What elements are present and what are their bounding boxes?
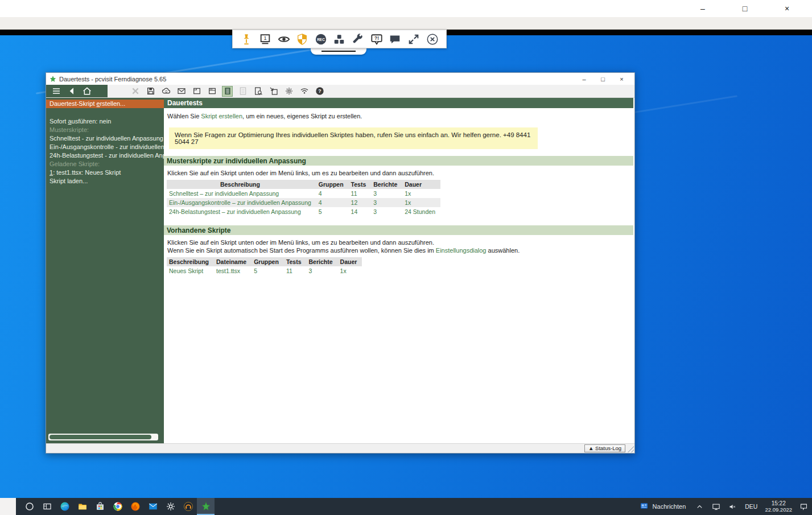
app-title: Dauertests - pcvisit Ferndiagnose 5.65 — [59, 76, 166, 83]
sidebar-item[interactable]: Dauertest-Skript erstellen... — [46, 100, 164, 108]
sidebar-horizontal-scrollbar[interactable] — [48, 434, 158, 440]
table-cell[interactable]: 4 — [316, 189, 349, 198]
taskbar-search-circle-icon[interactable] — [20, 498, 38, 515]
start-button[interactable] — [0, 498, 16, 515]
language-indicator[interactable]: DEU — [741, 498, 761, 515]
einstellungsdialog-link[interactable]: Einstellungsdialog — [436, 247, 487, 254]
table-cell[interactable]: 3 — [371, 189, 402, 198]
table-cell[interactable]: 1x — [402, 189, 440, 198]
app-titlebar[interactable]: Dauertests - pcvisit Ferndiagnose 5.65 –… — [46, 73, 634, 85]
eye-icon[interactable] — [278, 33, 290, 46]
menu-icon[interactable] — [51, 86, 61, 96]
sidebar-item[interactable]: Skript laden... — [46, 177, 164, 186]
taskbar-explorer-icon[interactable] — [73, 498, 91, 515]
table-cell[interactable]: 3 — [307, 266, 338, 275]
apps-icon[interactable] — [333, 33, 345, 46]
tray-news[interactable]: Nachrichten — [634, 498, 692, 515]
table-cell[interactable]: 5 — [316, 207, 349, 216]
chat-icon[interactable] — [389, 33, 401, 46]
table-cell[interactable]: 11 — [349, 189, 372, 198]
table-cell[interactable]: 14 — [349, 207, 372, 216]
table-cell[interactable]: 12 — [349, 198, 372, 207]
expand-icon[interactable] — [407, 33, 420, 46]
action-center-icon[interactable] — [795, 498, 812, 515]
intro-post: , um ein neues, eigenes Skript zu erstel… — [242, 113, 362, 120]
table-cell[interactable]: 3 — [371, 198, 402, 207]
vorhandene-hint-line2: Wenn Sie ein Skript automatisch bei Star… — [167, 246, 631, 254]
column-header: Beschreibung — [167, 257, 214, 266]
sidebar-item[interactable]: 24h-Belastungstest - zur individuellen A… — [46, 151, 164, 160]
column-header: Berichte — [371, 180, 402, 189]
sidebar-item[interactable]: Sofort ausführen: nein — [46, 117, 164, 126]
column-header: Dateiname — [214, 257, 252, 266]
close-button[interactable]: × — [770, 0, 804, 17]
doc-list-icon[interactable] — [222, 86, 232, 96]
table-cell[interactable]: Neues Skript — [167, 266, 214, 275]
maximize-button[interactable]: □ — [593, 74, 612, 84]
table-row[interactable]: Schnelltest – zur individuellen Anpassun… — [167, 189, 440, 198]
scrollbar-thumb[interactable] — [50, 435, 151, 439]
taskbar-task-view-icon[interactable] — [38, 498, 56, 515]
column-header: Beschreibung — [167, 180, 316, 189]
window-layout-icon[interactable] — [207, 86, 217, 96]
help-circle-icon[interactable]: ? — [315, 86, 324, 96]
table-cell[interactable]: 5 — [252, 266, 284, 275]
table-cell[interactable]: 24h-Belastungstest – zur individuellen A… — [167, 207, 316, 216]
table-row[interactable]: Ein-/Ausgangskontrolle – zur individuell… — [167, 198, 440, 207]
table-cell[interactable]: test1.ttsx — [214, 266, 252, 275]
close-button[interactable]: × — [612, 74, 631, 84]
maximize-button[interactable]: □ — [728, 0, 762, 17]
wrench-icon[interactable] — [352, 33, 364, 46]
sidebar-item[interactable]: 1: test1.ttsx: Neues Skript — [46, 168, 164, 177]
table-row[interactable]: Neues Skripttest1.ttsx51131x — [167, 266, 362, 275]
minimize-button[interactable]: – — [686, 0, 720, 17]
window-restore-icon[interactable] — [192, 86, 201, 96]
chevron-up-icon[interactable] — [691, 498, 708, 515]
table-cell[interactable]: 1x — [338, 266, 362, 275]
sidebar-item[interactable]: Ein-/Ausgangskontrolle - zur individuell… — [46, 143, 164, 151]
table-cell[interactable]: 4 — [316, 198, 349, 207]
taskbar-mail-app-icon[interactable] — [144, 498, 162, 515]
sidebar-item[interactable]: Schnelltest - zur individuellen Anpassun… — [46, 134, 164, 143]
session-toolbar-handle[interactable] — [311, 48, 366, 55]
export-box-icon[interactable] — [269, 86, 278, 96]
status-log-button[interactable]: ▲ Status-Log — [584, 444, 625, 452]
wifi-icon[interactable] — [299, 86, 309, 96]
skript-erstellen-link[interactable]: Skript erstellen — [201, 113, 242, 120]
table-cell[interactable]: 24 Stunden — [402, 207, 440, 216]
resize-grip[interactable] — [626, 445, 634, 452]
table-row[interactable]: 24h-Belastungstest – zur individuellen A… — [167, 207, 440, 216]
clock[interactable]: 15:2222.09.2022 — [761, 500, 795, 513]
table-cell[interactable]: Ein-/Ausgangskontrolle – zur individuell… — [167, 198, 316, 207]
table-cell[interactable]: Schnelltest – zur individuellen Anpassun… — [167, 189, 316, 198]
minimize-button[interactable]: – — [575, 74, 593, 84]
mail-icon[interactable] — [176, 86, 186, 96]
help-bubble-icon[interactable]: ?! — [370, 33, 383, 46]
taskbar-settings-gear-icon[interactable] — [162, 498, 179, 515]
musterskripte-table: BeschreibungGruppenTestsBerichteDauerSch… — [167, 180, 440, 216]
table-cell[interactable]: 11 — [284, 266, 307, 275]
speaker-mute-icon[interactable] — [724, 498, 741, 515]
pin-icon[interactable] — [240, 33, 253, 46]
save-icon[interactable] — [146, 86, 155, 96]
gear-icon[interactable] — [284, 86, 294, 96]
rec-icon[interactable]: REC — [315, 33, 327, 46]
home-icon[interactable] — [82, 86, 92, 96]
taskbar-chrome-icon[interactable] — [109, 498, 126, 515]
cloud-sync-icon[interactable] — [161, 86, 171, 96]
hint2-post: auswählen. — [486, 247, 520, 254]
close-circle-icon[interactable] — [426, 33, 439, 46]
table-cell[interactable]: 3 — [371, 207, 402, 216]
display-icon[interactable] — [708, 498, 724, 515]
taskbar-pcvisit-star-icon[interactable] — [197, 498, 215, 515]
taskbar-firefox-icon[interactable] — [126, 498, 144, 515]
monitor-1-icon[interactable]: 1 — [259, 33, 271, 46]
column-header: Tests — [284, 257, 307, 266]
doc-search-icon[interactable] — [253, 86, 263, 96]
taskbar-support-circle-icon[interactable] — [179, 498, 197, 515]
back-icon[interactable] — [67, 86, 76, 96]
taskbar-edge-icon[interactable] — [56, 498, 73, 515]
table-cell[interactable]: 1x — [402, 198, 440, 207]
shield-icon[interactable] — [296, 33, 308, 46]
taskbar-store-icon[interactable] — [91, 498, 109, 515]
